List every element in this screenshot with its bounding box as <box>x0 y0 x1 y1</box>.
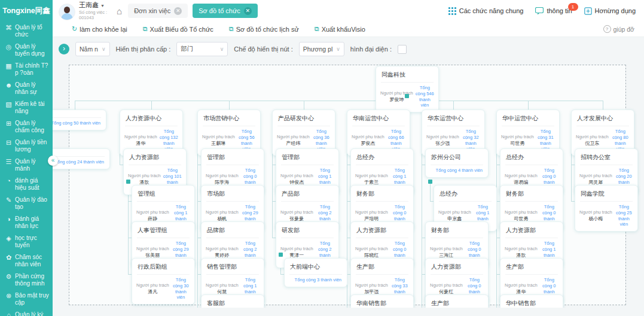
level-select[interactable]: 部门∨ <box>176 42 228 56</box>
org-node-title: 人事管理组 <box>132 222 194 238</box>
user-block[interactable]: 王南鑫 ▼ Số công việc : 001043 <box>59 1 107 21</box>
sidebar-item-2[interactable]: ▦Tài chính T?p ?oàn <box>0 60 53 79</box>
avatar[interactable] <box>59 4 75 20</box>
export-chart-link[interactable]: ⧉Xuất Biểu đồ Tổ chức <box>143 25 213 33</box>
org-node-title <box>53 149 109 156</box>
sidebar-item-1[interactable]: ◎Quản lý tuyển dụng <box>0 41 53 60</box>
avatar-head <box>64 7 70 13</box>
connector-line <box>430 181 431 201</box>
sidebar-item-10[interactable]: ◑Đánh giá nhân lực <box>0 213 53 232</box>
expand-toggle-icon[interactable] <box>126 180 130 184</box>
sidebar-item-6[interactable]: ⊟Quản lý tiền lương <box>0 136 53 156</box>
org-node-total[interactable]: Tổng cộng 24 thành viên <box>53 159 105 165</box>
elearning-icon: ◈ <box>5 235 13 242</box>
leader-name: 产经纬 <box>286 140 300 147</box>
org-node-title: 产品部 <box>276 186 338 201</box>
history-chart-link[interactable]: ⧉Sơ đồ tổ chức lịch sử <box>229 25 299 33</box>
leader-name: 倪卫东 <box>585 140 599 147</box>
sidebar-item-15[interactable]: ⌂Quản lý ký túc xá <box>0 309 53 316</box>
expand-toggle-icon[interactable] <box>428 180 432 184</box>
year-select[interactable]: Năm n∨ <box>75 42 110 56</box>
org-node-leader: Người phụ trách申京鑫 <box>438 209 471 222</box>
chevron-down-icon: ▼ <box>100 4 105 8</box>
sidebar-item-8[interactable]: ◔đánh giá hiệu suất <box>0 175 53 194</box>
org-child-node[interactable]: 大前端中心Tổng cộng 3 thành viên <box>284 258 347 287</box>
avatar-checkbox[interactable] <box>398 45 407 54</box>
org-root-node[interactable]: 同鑫科技Người phụ trách罗俊坤Tổng cộng 546 thàn… <box>376 66 439 113</box>
org-node-total[interactable]: Tổng cộng 4 thành viên <box>430 168 484 174</box>
org-child-node[interactable]: 华中销售部 <box>500 294 563 308</box>
org-node-leader: Người phụ trách张美丽 <box>136 246 169 259</box>
org-node-leader: Người phụ trách潘歆 <box>128 173 161 186</box>
topbar-item-2[interactable]: Hơnừng dụng <box>584 7 636 15</box>
sidebar-item-9[interactable]: ✎Quản lý đào tạo <box>0 194 53 213</box>
refresh-link[interactable]: ↻làm cho khỏe lại <box>72 25 127 33</box>
leader-label: Người phụ trách <box>355 173 388 178</box>
sidebar-item-12[interactable]: ✿Chăm sóc nhân viên <box>0 251 53 271</box>
close-icon[interactable]: ✕ <box>244 7 252 15</box>
org-child-node[interactable]: 苏州分公司Tổng cộng 4 thành viên <box>425 148 489 178</box>
leader-label: Người phụ trách <box>430 246 463 251</box>
org-node-total[interactable]: Tổng cộng 3 thành viên <box>289 277 343 283</box>
training-icon: ✎ <box>5 196 13 204</box>
topbar-item-0[interactable]: Các chức năng chung <box>448 7 524 15</box>
org-node-leader: Người phụ trách司世勇 <box>501 134 534 147</box>
tab-inactive[interactable]: Đơn xin việc✕ <box>128 4 188 18</box>
org-node-total[interactable]: Tổng cộng 25 thành viên <box>615 204 633 227</box>
node-mode-select[interactable]: Phương pl∨ <box>299 42 344 56</box>
sidebar-collapse-button[interactable]: « <box>48 156 58 166</box>
toolbar: ↻làm cho khỏe lại⧉Xuất Biểu đồ Tổ chức⧉S… <box>53 22 644 37</box>
leader-label: Người phụ trách <box>202 134 235 139</box>
org-node-total[interactable]: Tổng cộng 50 thành viên <box>53 120 102 126</box>
org-child-node[interactable]: 华南销售部 <box>350 294 414 308</box>
talent-icon: ▧ <box>5 101 13 108</box>
tab-active[interactable]: Sơ đồ tổ chức✕ <box>193 4 258 18</box>
org-child-node[interactable]: 行政后勤组Người phụ trách潘凡Tổng cộng 30 thành… <box>132 258 195 305</box>
org-child-node[interactable]: 同鑫学院Người phụ trách杨小梅Tổng cộng 25 thành… <box>575 185 638 232</box>
topbar-item-1[interactable]: thông tin1 <box>535 7 572 15</box>
sidebar-item-14[interactable]: ⊗Bảo mật truy cập <box>0 290 53 309</box>
connector-line <box>197 142 198 308</box>
org-node-leader: Người phụ trách张曼曼 <box>280 209 313 222</box>
org-node-leader: Người phụ trách潘凡 <box>136 282 169 295</box>
leader-label: Người phụ trách <box>576 134 609 139</box>
org-node-leader: Người phụ trách何慧 <box>206 282 239 295</box>
sidebar-item-13[interactable]: ⚙Phần cứng thông minh <box>0 271 53 290</box>
org-node-total[interactable]: Tổng cộng 30 thành viên <box>172 277 190 300</box>
org-node-leader: Người phụ trách谢易编 <box>505 173 538 186</box>
sidebar-item-11[interactable]: ◈học trực tuyến <box>0 232 53 251</box>
sidebar-item-7[interactable]: ☰Quản lý mảnh <box>0 156 53 175</box>
org-node-leader: Người phụ trách司世勇 <box>505 209 538 222</box>
job-number-value: 001043 <box>79 15 107 20</box>
leader-label: Người phụ trách <box>355 282 388 288</box>
org-level2-node[interactable]: Tổng cộng 50 thành viên <box>53 110 106 130</box>
org-node-footer: Tổng cộng 3 thành viên <box>285 275 347 287</box>
expand-toggle-icon[interactable] <box>279 253 283 257</box>
org-node-leader: Người phụ trách倪卫东 <box>576 134 609 147</box>
org-child-node[interactable]: 生产部 <box>425 294 489 308</box>
org-canvas[interactable]: 同鑫科技Người phụ trách罗俊坤Tổng cộng 546 thàn… <box>53 61 644 308</box>
org-node-leader: Người phụ trách于素兰 <box>355 173 388 186</box>
help-link[interactable]: ? giúp đỡ <box>603 25 635 33</box>
org-node-title: 财务部 <box>426 222 488 238</box>
sidebar-item-3[interactable]: ☻Quản lý nhân sự <box>0 79 53 98</box>
leader-name: 罗俊坤 <box>389 96 404 103</box>
sidebar-item-4[interactable]: ▧Kiểm kê tài năng <box>0 98 53 117</box>
expand-toggle-icon[interactable] <box>405 94 409 98</box>
sidebar-item-5[interactable]: ⊞Quản lý chấm công <box>0 117 53 136</box>
expand-arrow-icon[interactable]: › <box>59 44 69 54</box>
refresh-icon: ↻ <box>72 25 77 33</box>
sidebar-item-0[interactable]: ⌘Quản lý tổ chức <box>0 22 53 41</box>
org-node-title: 生产部 <box>500 259 563 274</box>
close-icon[interactable]: ✕ <box>174 7 182 15</box>
org-child-node[interactable]: 客服部 <box>201 294 264 308</box>
org-node-title: 大前端中心 <box>285 259 347 274</box>
help-label: giúp đỡ <box>614 26 635 33</box>
org-node-total[interactable]: Tổng cộng 546 thành viên <box>416 85 434 108</box>
org-node-title: 华东运营中心 <box>422 110 484 126</box>
org-child-node[interactable]: Tổng cộng 24 thành viên <box>53 148 110 169</box>
sidebar: ⌘Quản lý tổ chức◎Quản lý tuyển dụng▦Tài … <box>0 22 53 316</box>
home-icon[interactable]: ⌂ <box>117 6 122 16</box>
org-node-leader: Người phụ trách王麒琳 <box>202 134 235 147</box>
export-visio-link[interactable]: ⧉Xuất khẩuVisio <box>315 25 365 33</box>
